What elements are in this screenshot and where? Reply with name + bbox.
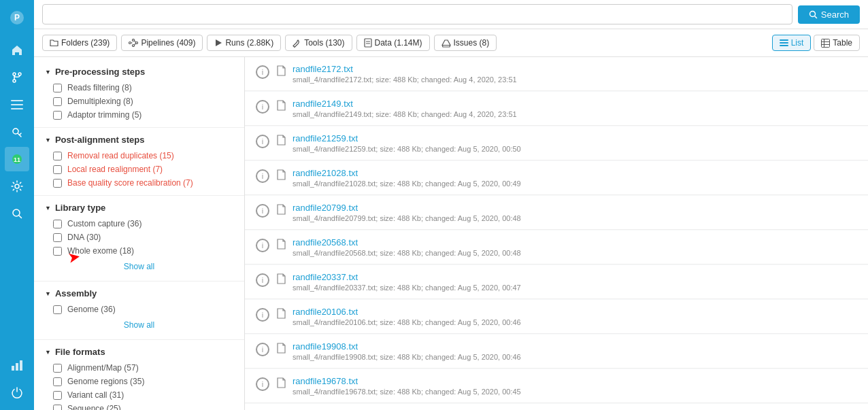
file-info-icon[interactable]: i	[256, 343, 269, 356]
assembly-show-all[interactable]: Show all	[34, 316, 244, 334]
view-toggle: List Table	[772, 35, 860, 51]
file-info-icon[interactable]: i	[256, 273, 269, 287]
file-details: randfile19908.txt small_4/randfile19908.…	[293, 341, 857, 361]
notifications-icon[interactable]: 11	[5, 147, 29, 171]
logo-icon[interactable]: P	[5, 5, 29, 30]
svg-rect-13	[12, 366, 14, 371]
filter-item: Local read realignment (7)	[34, 163, 244, 176]
sidebar: P 11	[0, 0, 34, 410]
list-view-button[interactable]: List	[772, 35, 812, 51]
variant-call-checkbox[interactable]	[53, 391, 62, 400]
filter-item: Custom capture (36)	[34, 217, 244, 230]
file-name[interactable]: randfile19908.txt	[293, 341, 857, 352]
whole-exome-checkbox[interactable]	[53, 247, 62, 256]
gear-icon[interactable]	[5, 174, 29, 199]
filter-section-fileformats: ▼ File formats Alignment/Map (57) Genome…	[34, 343, 244, 410]
custom-capture-checkbox[interactable]	[53, 220, 62, 228]
fileformats-section-header[interactable]: ▼ File formats	[34, 343, 244, 361]
svg-rect-15	[20, 360, 22, 371]
file-list-item: i randfile20337.txt small_4/randfile2033…	[245, 265, 868, 299]
file-name[interactable]: randfile20106.txt	[293, 307, 857, 317]
svg-point-11	[15, 184, 19, 188]
file-name[interactable]: randfile21028.txt	[293, 168, 857, 178]
file-info-icon[interactable]: i	[256, 169, 269, 183]
branch-icon[interactable]	[5, 65, 29, 90]
file-details: randfile19678.txt small_4/randfile19678.…	[293, 376, 857, 396]
dna-checkbox[interactable]	[53, 233, 62, 242]
local-realignment-checkbox[interactable]	[53, 165, 62, 174]
filter-item: Variant call (31)	[34, 388, 244, 402]
file-type-icon	[276, 169, 286, 182]
file-info-icon[interactable]: i	[256, 135, 269, 148]
table-view-button[interactable]: Table	[814, 35, 860, 51]
file-list-item: i randfile19447.txt small_4/randfile1944…	[245, 404, 868, 410]
tab-runs[interactable]: Runs (2.88K)	[207, 35, 281, 51]
svg-point-19	[133, 45, 135, 47]
file-info-icon[interactable]: i	[256, 308, 269, 322]
file-list-item: i randfile20799.txt small_4/randfile2079…	[245, 196, 868, 230]
chart-icon[interactable]	[5, 353, 29, 377]
file-name[interactable]: randfile20337.txt	[293, 272, 857, 282]
key-icon[interactable]	[5, 120, 29, 144]
file-name[interactable]: randfile2172.txt	[293, 64, 857, 74]
demultiplexing-checkbox[interactable]	[53, 97, 62, 106]
arrow-down-icon: ▼	[45, 205, 51, 211]
file-name[interactable]: randfile20799.txt	[293, 203, 857, 213]
filter-section-preprocessing: ▼ Pre-processing steps Reads filtering (…	[34, 63, 244, 128]
file-info-icon[interactable]: i	[256, 377, 269, 391]
filter-item: Base quality score recalibration (7)	[34, 176, 244, 190]
file-meta: small_4/randfile21028.txt; size: 488 Kb;…	[293, 180, 857, 188]
file-info-icon[interactable]: i	[256, 204, 269, 218]
arrow-down-icon: ▼	[45, 69, 51, 75]
assembly-section-header[interactable]: ▼ Assembly	[34, 284, 244, 303]
filter-tabs-bar: Folders (239) Pipelines (409) Runs (2.88…	[34, 29, 868, 57]
reads-filtering-checkbox[interactable]	[53, 84, 62, 92]
file-list-item: i randfile19678.txt small_4/randfile1967…	[245, 369, 868, 403]
preprocessing-section-header[interactable]: ▼ Pre-processing steps	[34, 63, 244, 81]
file-list-item: i randfile20106.txt small_4/randfile2010…	[245, 300, 868, 334]
svg-point-20	[136, 42, 138, 44]
file-meta: small_4/randfile19678.txt; size: 488 Kb;…	[293, 388, 857, 396]
file-type-icon	[276, 377, 286, 390]
file-info-icon[interactable]: i	[256, 239, 269, 252]
file-meta: small_4/randfile19908.txt; size: 488 Kb;…	[293, 353, 857, 361]
tab-tools[interactable]: Tools (130)	[285, 35, 352, 51]
file-name[interactable]: randfile20568.txt	[293, 237, 857, 247]
adaptor-trimming-checkbox[interactable]	[53, 111, 62, 120]
file-info-icon[interactable]: i	[256, 100, 269, 114]
tab-pipelines[interactable]: Pipelines (409)	[121, 35, 203, 51]
file-list-item: i randfile21028.txt small_4/randfile2102…	[245, 161, 868, 195]
search-input[interactable]	[42, 4, 792, 24]
filter-section-postalignment: ▼ Post-alignment steps Removal read dupl…	[34, 131, 244, 196]
filter-item: Removal read duplicates (15)	[34, 149, 244, 163]
tab-folders[interactable]: Folders (239)	[42, 35, 117, 51]
power-icon[interactable]	[5, 380, 29, 405]
file-name[interactable]: randfile2149.txt	[293, 99, 857, 109]
removal-duplicates-checkbox[interactable]	[53, 152, 62, 160]
file-name[interactable]: randfile19678.txt	[293, 376, 857, 386]
file-info-icon[interactable]: i	[256, 65, 269, 79]
svg-rect-28	[822, 39, 830, 47]
tab-data[interactable]: Data (1.14M)	[356, 35, 430, 51]
genome-checkbox[interactable]	[53, 305, 62, 314]
postalignment-section-header[interactable]: ▼ Post-alignment steps	[34, 131, 244, 149]
home-icon[interactable]	[5, 38, 29, 63]
librarytype-section-header[interactable]: ▼ Library type	[34, 199, 244, 217]
svg-point-16	[809, 11, 815, 16]
base-quality-checkbox[interactable]	[53, 179, 62, 188]
sequence-checkbox[interactable]	[53, 405, 62, 411]
library-type-show-all[interactable]: Show all	[34, 258, 244, 275]
svg-rect-14	[16, 363, 18, 371]
file-list-item: i randfile20568.txt small_4/randfile2056…	[245, 230, 868, 264]
alignment-map-checkbox[interactable]	[53, 364, 62, 373]
file-list-item: i randfile21259.txt small_4/randfile2125…	[245, 126, 868, 160]
menu-icon[interactable]	[5, 92, 29, 117]
file-name[interactable]: randfile21259.txt	[293, 133, 857, 143]
arrow-down-icon: ▼	[45, 290, 51, 297]
tab-issues[interactable]: Issues (8)	[434, 35, 497, 51]
file-list: i randfile2172.txt small_4/randfile2172.…	[245, 57, 868, 410]
search-sidebar-icon[interactable]	[5, 201, 29, 226]
file-details: randfile2149.txt small_4/randfile2149.tx…	[293, 99, 857, 118]
genome-regions-checkbox[interactable]	[53, 377, 62, 386]
search-button[interactable]: Search	[798, 5, 860, 24]
